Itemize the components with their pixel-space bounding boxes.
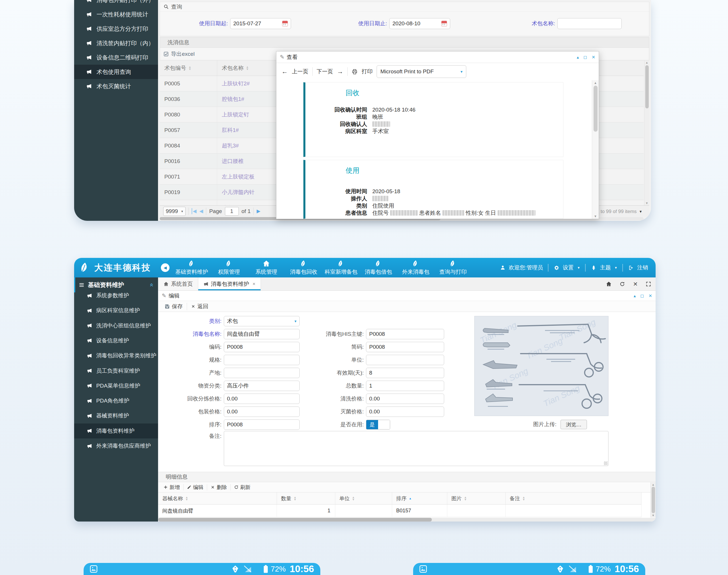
sidebar-item[interactable]: 系统参数维护 [74, 288, 158, 303]
form-input[interactable]: 0.00 [366, 394, 444, 404]
table-row[interactable]: 间盘镜自由臂1B0157 [158, 505, 642, 517]
scroll-thumb[interactable] [593, 86, 597, 132]
refresh-icon[interactable] [620, 281, 625, 286]
编辑-button[interactable]: 编辑 [184, 482, 207, 492]
detail-horizontal-scrollbar[interactable] [158, 518, 656, 521]
sidebar-item[interactable]: 设备信息二维码打印 [74, 50, 158, 65]
form-input[interactable]: 0.00 [224, 407, 300, 417]
maximize-icon[interactable]: ◻ [583, 55, 587, 60]
column-header[interactable]: 单位▲▼ [335, 493, 392, 504]
collapse-section-icon[interactable]: « [148, 283, 155, 286]
sidebar-item[interactable]: PDA角色维护 [74, 393, 158, 408]
sidebar-item[interactable]: 术包使用查询 [74, 65, 158, 79]
sidebar-item[interactable]: 器械资料维护 [74, 408, 158, 423]
sidebar-item[interactable]: 术包灭菌统计 [74, 79, 158, 94]
form-input[interactable]: 高压小件 [224, 381, 300, 391]
collapse-icon[interactable]: ▴ [577, 55, 579, 60]
detail-vertical-scrollbar[interactable]: ▲▼ [650, 482, 656, 517]
form-input[interactable] [366, 355, 444, 365]
column-header[interactable]: 数量▲▼ [277, 493, 335, 504]
column-header[interactable]: 图片▲▼ [447, 493, 506, 504]
sidebar-item[interactable]: 消毒包回收异常类别维护 [74, 348, 158, 363]
scroll-thumb[interactable] [652, 487, 655, 513]
print-button[interactable]: 打印 [362, 68, 373, 75]
logout-button[interactable]: 注销 [637, 264, 648, 271]
save-button[interactable]: 保存 [160, 301, 187, 312]
back-button[interactable]: 返回 [187, 301, 212, 312]
next-page-button[interactable]: ▶ [257, 208, 260, 214]
新增-button[interactable]: 新增 [160, 482, 183, 492]
form-input[interactable]: P0008 [224, 342, 300, 352]
column-header[interactable]: 排序▲ [392, 493, 447, 504]
刷新-button[interactable]: 刷新 [231, 482, 254, 492]
sidebar-item[interactable]: 病区科室信息维护 [74, 303, 158, 318]
sidebar-item[interactable]: 供应室总方分方打印 [74, 22, 158, 36]
form-input[interactable]: P0008 [366, 342, 444, 352]
tab-close-icon[interactable]: × [253, 281, 255, 287]
sidebar-item[interactable]: 清洗筐内贴打印（内） [74, 36, 158, 50]
remark-textarea[interactable] [224, 431, 609, 466]
page-size-select[interactable]: 9999 ▾ [163, 207, 186, 216]
grid-vertical-scrollbar[interactable]: ▲▼ [644, 60, 649, 205]
package-name-input[interactable] [557, 18, 622, 29]
prev-page-button[interactable]: 上一页 [292, 68, 308, 75]
next-page-button[interactable]: 下一页 [317, 68, 333, 75]
date-input[interactable]: 2015-07-27 [230, 18, 291, 29]
date-input[interactable]: 2020-08-10 [389, 18, 450, 29]
nav-item[interactable]: 外来消毒包 [397, 258, 434, 277]
form-input[interactable]: P0008 [366, 329, 444, 339]
category-select[interactable]: 术包▾ [224, 316, 300, 326]
items-count[interactable]: 1 to 99 of 99 items ▼ [596, 209, 643, 214]
删除-button[interactable]: 删除 [207, 482, 230, 492]
nav-item[interactable]: 消毒包借包 [360, 258, 397, 277]
first-page-button[interactable]: ◀ [192, 208, 196, 214]
printer-select[interactable]: Microsoft Print to PDF ▾ [377, 65, 466, 78]
form-input[interactable]: 0.00 [366, 407, 444, 417]
home-icon[interactable] [606, 281, 612, 287]
column-header[interactable]: 器械名称▲▼ [158, 493, 277, 504]
form-input[interactable]: 间盘镜自由臂 [224, 329, 300, 339]
column-header[interactable]: 术包编号▲▼ [160, 60, 217, 76]
form-input[interactable] [224, 368, 300, 378]
fullscreen-icon[interactable] [646, 281, 651, 286]
maximize-icon[interactable]: ◻ [641, 293, 644, 298]
page-number-input[interactable]: 1 [225, 207, 239, 215]
column-header[interactable]: 备注▲▼ [506, 493, 642, 504]
form-input[interactable]: 0.00 [224, 394, 300, 404]
sidebar-item[interactable]: 消毒包资料维护 [74, 424, 158, 438]
nav-item[interactable]: 消毒包回收 [285, 258, 322, 277]
calendar-icon[interactable] [282, 21, 288, 27]
form-input[interactable]: 8 [366, 368, 444, 378]
sidebar-item[interactable]: 一次性耗材使用统计 [74, 7, 158, 22]
sidebar-item[interactable]: PDA菜单信息维护 [74, 378, 158, 393]
nav-item[interactable]: 查询与打印 [434, 258, 472, 277]
collapse-nav-button[interactable]: ◀ [161, 263, 170, 272]
scroll-thumb[interactable] [645, 65, 649, 108]
in-use-toggle[interactable]: 是 [366, 420, 390, 430]
theme-menu[interactable]: 主题 [600, 264, 611, 271]
collapse-icon[interactable]: ▴ [633, 293, 636, 298]
browse-button[interactable]: 浏览… [560, 420, 587, 429]
export-excel-button[interactable]: 导出excel [163, 50, 194, 58]
popup-scrollbar[interactable]: ▲▼ [592, 80, 599, 219]
tab-系统首页[interactable]: 系统首页 [158, 277, 198, 291]
sidebar-item[interactable]: 外来消毒包供应商维护 [74, 438, 158, 453]
sidebar-item[interactable]: 消毒包外贴打印（外） [74, 0, 158, 7]
form-input[interactable]: 1 [366, 381, 444, 391]
close-icon[interactable]: ✕ [648, 293, 652, 298]
nav-item[interactable]: 系统管理 [248, 258, 285, 277]
settings-menu[interactable]: 设置 [563, 264, 574, 271]
form-input[interactable] [224, 355, 300, 365]
nav-item[interactable]: 科室新增备包 [322, 258, 360, 277]
sidebar-item[interactable]: 洗消中心班组信息维护 [74, 318, 158, 333]
form-input[interactable]: P0008 [224, 419, 300, 430]
close-icon[interactable]: ✕ [591, 55, 595, 60]
sidebar-item[interactable]: 设备信息维护 [74, 333, 158, 348]
sidebar-item[interactable]: 员工负责科室维护 [74, 363, 158, 378]
calendar-icon[interactable] [441, 21, 447, 27]
nav-item[interactable]: 基础资料维护 [173, 258, 210, 277]
close-tab-icon[interactable]: ✕ [633, 281, 638, 288]
scroll-thumb[interactable] [158, 518, 432, 521]
prev-page-button[interactable]: ◀ [199, 208, 203, 214]
tab-消毒包资料维护[interactable]: 消毒包资料维护× [198, 277, 261, 291]
